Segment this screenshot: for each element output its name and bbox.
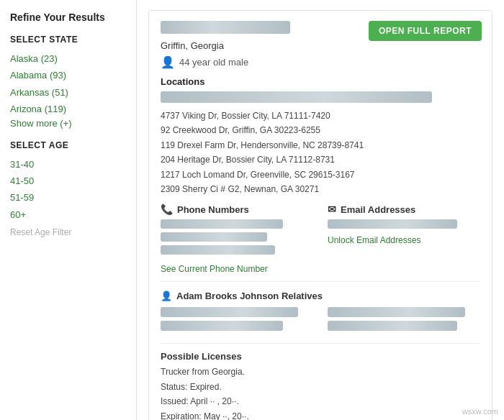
result-card: OPEN FULL REPORT Griffin, Georgia 👤 44 y… [148,10,492,420]
license-info: Trucker from Georgia. Status: Expired. I… [161,365,480,420]
relatives-col-left [161,307,313,334]
license-expiration: Expiration: May ··, 20··. [161,409,480,420]
state-alaska[interactable]: Alaska (23) [10,50,126,67]
licenses-section: Possible Licenses Trucker from Georgia. … [161,343,480,420]
divider-1 [161,281,480,282]
blurred-phone-3 [161,245,275,255]
license-status: Status: Expired. [161,380,480,394]
sidebar-title: Refine Your Results [10,12,126,23]
phone-col: 📞 Phone Numbers [161,204,313,258]
list-item: 92 Creekwood Dr, Griffin, GA 30223-6255 [161,123,480,137]
list-item: 204 Heritage Dr, Bossier City, LA 71112-… [161,152,480,167]
relatives-col-right [328,307,480,334]
age-31-40[interactable]: 31-40 [10,156,126,173]
license-issued: Issued: April ·· , 20··. [161,394,480,408]
address-list: 4737 Viking Dr, Bossier City, LA 71111-7… [161,109,480,196]
relatives-section: 👤 Adam Brooks Johnson Relatives [161,291,480,334]
list-item: 4737 Viking Dr, Bossier City, LA 71111-7… [161,109,480,123]
age-60-plus[interactable]: 60+ [10,206,126,223]
blurred-relative-2 [161,321,283,331]
list-item: 1217 Loch Lomand Dr, Greenville, SC 2961… [161,168,480,182]
reset-age-filter[interactable]: Reset Age Filter [10,227,126,237]
blurred-phone-1 [161,219,283,229]
relatives-grid [161,307,480,334]
state-alabama[interactable]: Alabama (93) [10,67,126,83]
person-info: 👤 44 year old male [161,55,480,69]
sidebar: Refine Your Results SELECT STATE Alaska … [0,0,137,420]
locations-title: Locations [161,76,480,87]
blurred-phone-2 [161,232,267,242]
main-content: OPEN FULL REPORT Griffin, Georgia 👤 44 y… [137,0,504,420]
blurred-relative-1 [161,307,298,317]
phone-numbers-title: 📞 Phone Numbers [161,204,313,215]
blurred-relative-3 [328,307,465,317]
age-51-59[interactable]: 51-59 [10,189,126,206]
unlock-email-link[interactable]: Unlock Email Addresses [328,235,420,245]
email-addresses-title: ✉ Email Addresses [328,204,480,215]
city-state: Griffin, Georgia [161,40,480,51]
phone-email-section: 📞 Phone Numbers ✉ Email Addresses Unlock… [161,204,480,258]
blurred-relative-4 [328,321,457,331]
relatives-title: 👤 Adam Brooks Johnson Relatives [161,291,480,301]
blurred-email-1 [328,219,457,229]
relatives-icon: 👤 [161,291,172,301]
person-icon: 👤 [161,55,175,69]
show-more-states[interactable]: Show more (+) [10,118,72,129]
email-col: ✉ Email Addresses Unlock Email Addresses [328,204,480,258]
licenses-title: Possible Licenses [161,351,480,362]
blurred-name [161,21,290,34]
blurred-location-bar [161,91,432,103]
email-icon: ✉ [328,204,336,215]
license-line1: Trucker from Georgia. [161,365,480,379]
phone-icon: 📞 [161,204,173,215]
state-arizona[interactable]: Arizona (119) [10,101,126,117]
list-item: 119 Drexel Farm Dr, Hendersonville, NC 2… [161,138,480,152]
age-41-50[interactable]: 41-50 [10,173,126,189]
see-current-phone-link[interactable]: See Current Phone Number [161,264,268,274]
watermark: wsxw.com [462,407,498,416]
select-age-label: SELECT AGE [10,140,126,150]
select-state-label: SELECT STATE [10,35,126,45]
open-full-report-button[interactable]: OPEN FULL REPORT [369,21,482,41]
list-item: 2309 Sherry Ci # G2, Newnan, GA 30271 [161,182,480,196]
state-arkansas[interactable]: Arkansas (51) [10,84,126,101]
